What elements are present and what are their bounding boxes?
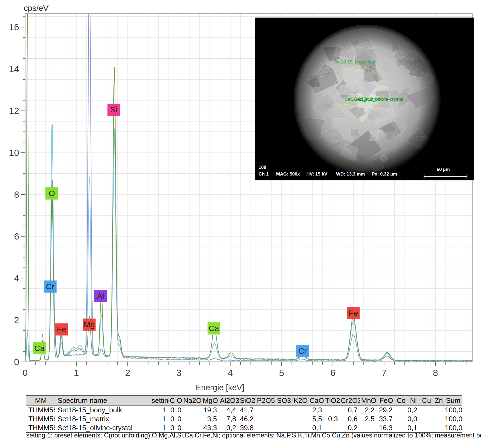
table-cell: 0,2 bbox=[220, 423, 239, 433]
mag-label: MAG: 500x bbox=[276, 171, 300, 177]
table-cell bbox=[276, 406, 293, 415]
results-table-container: MMSpectrum namesettingCONa2OMgOAl2O3SiO2… bbox=[26, 395, 463, 433]
table-cell: Set18-15_olivine-crystal bbox=[55, 423, 151, 433]
spectrum-point-label: Set18-15_olivine-crystal bbox=[354, 97, 403, 102]
table-cell: Set18-15_body_bulk bbox=[55, 406, 151, 415]
svg-text:Fe: Fe bbox=[349, 309, 358, 318]
element-label-Mg[interactable]: Mg bbox=[83, 319, 96, 331]
svg-text:Al: Al bbox=[97, 291, 104, 300]
table-cell: 4,4 bbox=[220, 406, 239, 415]
element-label-Fe[interactable]: Fe bbox=[347, 307, 360, 319]
table-cell bbox=[292, 415, 309, 423]
table-cell bbox=[433, 423, 445, 433]
table-row[interactable]: THMM583Set18-15_olivine-crystal10043,30,… bbox=[26, 423, 462, 433]
table-cell: 2,3 bbox=[309, 406, 325, 415]
element-label-Ca[interactable]: Ca bbox=[208, 322, 220, 335]
table-cell bbox=[183, 406, 201, 415]
table-cell: 3,5 bbox=[201, 415, 220, 423]
col-header-Ni: Ni bbox=[407, 395, 420, 406]
table-cell bbox=[395, 423, 407, 433]
element-label-Cr[interactable]: Cr bbox=[44, 281, 57, 293]
col-header-setting: setting bbox=[151, 395, 169, 406]
element-label-Al[interactable]: Al bbox=[94, 290, 107, 302]
svg-text:2: 2 bbox=[125, 368, 130, 378]
table-cell: 1 bbox=[151, 415, 169, 423]
table-cell bbox=[256, 406, 276, 415]
table-cell: 0,2 bbox=[341, 423, 360, 433]
table-cell bbox=[276, 415, 293, 423]
table-cell: 0,2 bbox=[407, 406, 420, 415]
col-header-Cu: Cu bbox=[420, 395, 433, 406]
col-header-Co: Co bbox=[395, 395, 407, 406]
table-cell: 29,2 bbox=[377, 406, 395, 415]
svg-text:3: 3 bbox=[177, 368, 182, 378]
col-header-K2O: K2O bbox=[292, 395, 309, 406]
svg-text:Fe: Fe bbox=[57, 325, 66, 334]
table-cell bbox=[276, 423, 293, 433]
table-cell bbox=[292, 406, 309, 415]
table-row[interactable]: THMM583Set18-15_body_bulk10019,34,441,72… bbox=[26, 406, 462, 415]
col-header-MM: MM bbox=[26, 395, 55, 406]
element-label-Cr[interactable]: Cr bbox=[296, 345, 309, 357]
eds-report-page: 0123456780246810121416cps/eVEnergie [keV… bbox=[0, 0, 481, 448]
wd-label: WD: 13,3 mm bbox=[336, 171, 365, 177]
table-cell: 0,1 bbox=[407, 423, 420, 433]
table-cell bbox=[395, 406, 407, 415]
table-cell: Set18-15_matrix bbox=[55, 415, 151, 423]
table-cell bbox=[433, 415, 445, 423]
table-cell: 33,7 bbox=[377, 415, 395, 423]
svg-text:6: 6 bbox=[14, 231, 19, 241]
results-table: MMSpectrum namesettingCONa2OMgOAl2O3SiO2… bbox=[26, 395, 462, 433]
table-cell: THMM583 bbox=[26, 406, 55, 415]
table-cell: THMM583 bbox=[26, 423, 55, 433]
spectrum-point-label: Set18-15_body_bulk bbox=[334, 59, 376, 65]
table-cell: 2,2 bbox=[360, 406, 377, 415]
table-cell: 2,5 bbox=[360, 415, 377, 423]
table-cell: 0 bbox=[176, 415, 183, 423]
svg-text:Si: Si bbox=[110, 105, 117, 114]
col-header-MnO: MnO bbox=[360, 395, 377, 406]
table-header-row: MMSpectrum namesettingCONa2OMgOAl2O3SiO2… bbox=[26, 395, 462, 406]
image-number: 108 bbox=[259, 165, 266, 170]
table-cell bbox=[395, 415, 407, 423]
footer-note: setting 1: preset elements: C(not unfold… bbox=[26, 432, 481, 439]
sem-image-inset: Set18-15_body_bulkSet18-15_matrixSet18-1… bbox=[255, 18, 474, 180]
table-cell: 19,3 bbox=[201, 406, 220, 415]
element-label-Si[interactable]: Si bbox=[107, 104, 120, 116]
element-label-Ca[interactable]: Ca bbox=[33, 342, 46, 354]
col-header-Cr2O3: Cr2O3 bbox=[341, 395, 360, 406]
table-cell bbox=[325, 423, 341, 433]
table-cell: 0,7 bbox=[341, 406, 360, 415]
svg-text:16: 16 bbox=[9, 22, 19, 32]
svg-text:8: 8 bbox=[433, 368, 438, 378]
col-header-CaO: CaO bbox=[309, 395, 325, 406]
col-header-MgO: MgO bbox=[201, 395, 220, 406]
col-header-Zn: Zn bbox=[433, 395, 445, 406]
table-cell: 0 bbox=[169, 406, 176, 415]
element-label-O[interactable]: O bbox=[45, 187, 58, 200]
col-header-TiO2: TiO2 bbox=[325, 395, 341, 406]
table-cell: 0 bbox=[169, 415, 176, 423]
table-cell: 7,8 bbox=[220, 415, 239, 423]
table-row[interactable]: THMM583Set18-15_matrix1003,57,846,25,50,… bbox=[26, 415, 462, 423]
svg-text:0: 0 bbox=[14, 357, 19, 367]
element-label-Fe[interactable]: Fe bbox=[55, 323, 68, 335]
table-cell: 0 bbox=[176, 423, 183, 433]
table-cell bbox=[420, 423, 433, 433]
table-cell: 43,3 bbox=[201, 423, 220, 433]
col-header-SO3: SO3 bbox=[276, 395, 293, 406]
svg-text:Mg: Mg bbox=[84, 320, 95, 329]
svg-text:Cr: Cr bbox=[46, 282, 55, 291]
table-cell bbox=[183, 423, 201, 433]
svg-text:10: 10 bbox=[9, 147, 19, 158]
sem-svg: Set18-15_body_bulkSet18-15_matrixSet18-1… bbox=[255, 18, 474, 180]
table-cell: 0 bbox=[169, 423, 176, 433]
table-cell: 0,3 bbox=[325, 415, 341, 423]
svg-text:7: 7 bbox=[382, 368, 387, 378]
table-cell: 1 bbox=[151, 423, 169, 433]
table-cell: 100,0 bbox=[445, 406, 462, 415]
table-cell: 100,0 bbox=[445, 415, 462, 423]
table-cell: 0,0 bbox=[407, 415, 420, 423]
table-cell bbox=[325, 406, 341, 415]
table-cell bbox=[183, 415, 201, 423]
